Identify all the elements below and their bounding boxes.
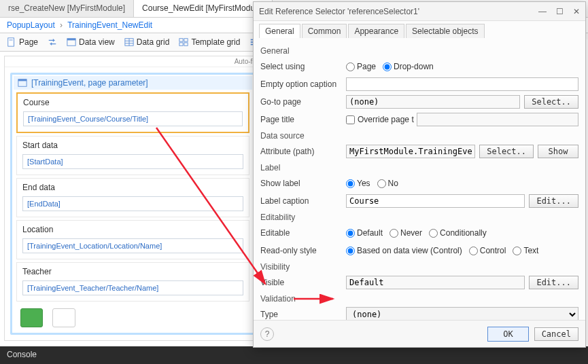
tb-dataview[interactable]: Data view xyxy=(63,35,119,49)
tb-datagrid-label: Data grid xyxy=(137,37,170,47)
lbl-editable: Editable xyxy=(260,228,342,238)
svg-rect-11 xyxy=(184,43,188,46)
tb-datagrid[interactable]: Data grid xyxy=(120,35,174,49)
radio-showlabel-no[interactable]: No xyxy=(377,179,398,188)
radio-ro-based[interactable]: Based on data view (Control) xyxy=(346,246,462,255)
radio-edit-cond-label: Conditionally xyxy=(440,228,487,238)
tb-arrow[interactable] xyxy=(44,35,61,49)
lbl-page-title: Page title xyxy=(260,115,342,124)
field-end-value: [EndData] xyxy=(22,196,243,211)
btn-attr-select[interactable]: Select.. xyxy=(479,145,534,158)
templategrid-icon xyxy=(179,37,188,47)
chk-override-label: Override page t xyxy=(358,115,414,124)
btn-attr-show[interactable]: Show xyxy=(538,145,578,158)
svg-rect-16 xyxy=(18,79,27,81)
lbl-select-using: Select using xyxy=(260,62,342,71)
radio-ro-text-label: Text xyxy=(523,246,538,255)
chk-override-title[interactable] xyxy=(346,115,355,124)
tab-appearance[interactable]: Appearance xyxy=(348,24,404,38)
dialog-titlebar[interactable]: Edit Reference Selector 'referenceSelect… xyxy=(254,2,585,21)
section-general: General xyxy=(260,44,578,57)
breadcrumb-trainingevent[interactable]: TrainingEvent_NewEdit xyxy=(67,20,152,30)
page-canvas[interactable]: Auto-fill [TrainingEvent, page parameter… xyxy=(4,56,262,341)
breadcrumb-popuplayout[interactable]: PopupLayout xyxy=(7,20,55,30)
radio-yes-label: Yes xyxy=(357,179,370,188)
radio-ro-based-label: Based on data view (Control) xyxy=(357,246,462,255)
section-validation: Validation xyxy=(260,292,578,305)
field-teacher[interactable]: Teacher [TrainingEvent_Teacher/Teacher/N… xyxy=(16,262,249,302)
maximize-icon[interactable]: ☐ xyxy=(556,7,564,16)
field-course-value: [TrainingEvent_Course/Course/Title] xyxy=(23,111,243,126)
tab-general[interactable]: General xyxy=(259,24,300,38)
console-panel[interactable]: Console xyxy=(0,346,588,364)
page-icon xyxy=(7,37,16,47)
tb-templategrid[interactable]: Template grid xyxy=(175,35,244,49)
svg-rect-9 xyxy=(184,39,188,41)
arrow-exchange-icon xyxy=(48,37,57,47)
field-start[interactable]: Start data [StartData] xyxy=(16,136,249,175)
input-attr-path[interactable] xyxy=(346,145,475,158)
data-view-caption: [TrainingEvent, page parameter] xyxy=(31,78,148,88)
field-course-label: Course xyxy=(18,94,248,109)
radio-showlabel-yes[interactable]: Yes xyxy=(346,179,370,188)
radio-page[interactable]: Page xyxy=(346,62,376,71)
lbl-label-caption: Label caption xyxy=(260,196,342,206)
btn-goto-select[interactable]: Select.. xyxy=(524,95,578,109)
datagrid-icon xyxy=(124,37,134,47)
svg-rect-1 xyxy=(10,40,13,41)
section-label: Label xyxy=(260,161,578,174)
field-teacher-label: Teacher xyxy=(17,263,249,278)
radio-dropdown-label: Drop-down xyxy=(394,62,434,71)
close-icon[interactable]: ✕ xyxy=(573,7,580,16)
input-empty-caption[interactable] xyxy=(346,77,578,91)
input-page-title[interactable] xyxy=(417,113,578,126)
radio-edit-never[interactable]: Never xyxy=(390,228,422,238)
chevron-right-icon: › xyxy=(57,20,65,30)
field-course[interactable]: Course [TrainingEvent_Course/Course/Titl… xyxy=(16,92,249,133)
dialog-title: Edit Reference Selector 'referenceSelect… xyxy=(259,7,419,16)
minimize-icon[interactable]: — xyxy=(538,7,547,16)
btn-labelcap-edit[interactable]: Edit... xyxy=(529,194,578,208)
radio-ro-text[interactable]: Text xyxy=(513,246,538,255)
radio-ro-control[interactable]: Control xyxy=(469,246,506,255)
save-button[interactable] xyxy=(20,308,43,327)
dataview-icon xyxy=(67,37,76,47)
section-visibility: Visibility xyxy=(260,260,578,273)
tb-templategrid-label: Template grid xyxy=(191,37,240,47)
tb-page[interactable]: Page xyxy=(3,35,42,49)
section-datasource: Data source xyxy=(260,129,578,142)
data-view[interactable]: [TrainingEvent, page parameter] Course [… xyxy=(10,73,256,335)
field-end[interactable]: End data [EndData] xyxy=(16,178,249,217)
radio-page-label: Page xyxy=(357,62,376,71)
radio-dropdown[interactable]: Drop-down xyxy=(383,62,434,71)
lbl-visible: Visible xyxy=(260,278,342,287)
lbl-readonly-style: Read-only style xyxy=(260,246,342,255)
tb-dataview-label: Data view xyxy=(79,37,115,47)
cancel-button-form[interactable] xyxy=(52,308,75,327)
tab-selectable-objects[interactable]: Selectable objects xyxy=(406,24,484,38)
radio-edit-default[interactable]: Default xyxy=(346,228,383,238)
btn-visible-edit[interactable]: Edit... xyxy=(529,276,578,289)
dialog-body: General Select using Page Drop-down Empt… xyxy=(254,40,585,320)
tab-course-newedit[interactable]: Course_NewEdit [MyFirstModule] xyxy=(134,0,273,17)
ok-button[interactable]: OK xyxy=(487,327,528,342)
field-teacher-value: [TrainingEvent_Teacher/Teacher/Name] xyxy=(22,280,243,295)
help-icon[interactable]: ? xyxy=(260,327,274,341)
field-start-value: [StartData] xyxy=(22,154,243,169)
tab-course-createnew[interactable]: rse_CreateNew [MyFirstModule] xyxy=(0,0,134,17)
dialog-footer: ? OK Cancel xyxy=(254,320,585,347)
svg-rect-3 xyxy=(67,39,75,41)
field-location-label: Location xyxy=(17,221,249,236)
select-validation-type[interactable]: (none) xyxy=(346,307,578,320)
radio-edit-cond[interactable]: Conditionally xyxy=(429,228,487,238)
input-visible[interactable] xyxy=(346,276,525,289)
cancel-button[interactable]: Cancel xyxy=(534,327,578,341)
svg-rect-8 xyxy=(179,39,183,41)
field-location[interactable]: Location [TrainingEvent_Location/Locatio… xyxy=(16,220,249,259)
input-goto-page[interactable] xyxy=(346,95,520,109)
input-label-caption[interactable] xyxy=(346,194,525,208)
radio-edit-default-label: Default xyxy=(357,228,383,238)
tab-common[interactable]: Common xyxy=(302,24,347,38)
radio-edit-never-label: Never xyxy=(400,228,422,238)
field-location-value: [TrainingEvent_Location/Location/Name] xyxy=(22,238,243,253)
